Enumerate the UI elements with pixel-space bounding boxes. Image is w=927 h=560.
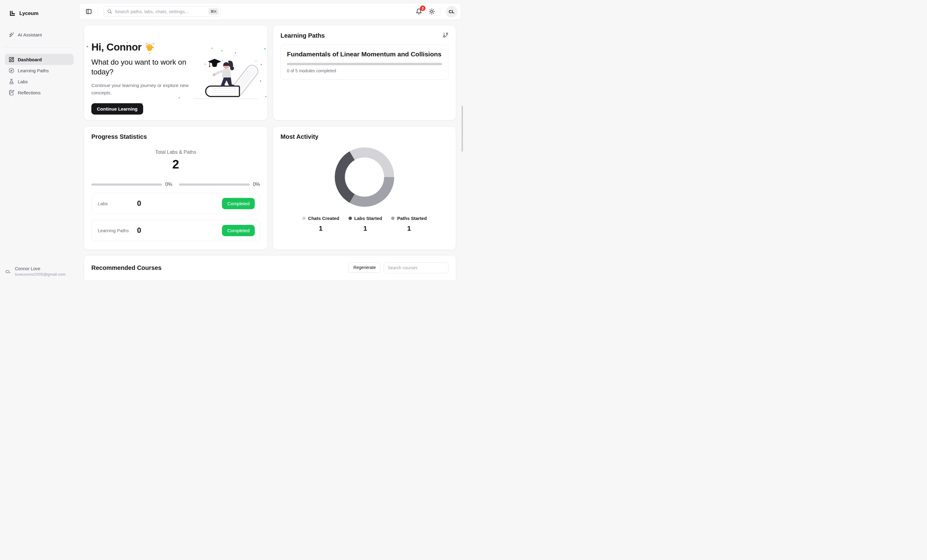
stat-row-value: 0 (137, 226, 141, 235)
sparkle-icon: ✦ (260, 64, 262, 66)
donut-slice (352, 152, 389, 177)
sparkle-icon: ✦ (264, 47, 266, 50)
sparkle-icon: ✦ (265, 96, 267, 98)
course-search-input[interactable] (384, 262, 448, 273)
git-branch-icon[interactable] (443, 32, 448, 38)
wave-emoji-icon (145, 42, 155, 52)
learning-paths-stat-row: Learning Paths 0 Completed (91, 220, 260, 241)
search-icon (107, 9, 112, 14)
sidebar-item-ai-assistant[interactable]: AI Assistant (5, 29, 74, 40)
sidebar-item-label: Dashboard (18, 57, 42, 62)
course-progress-track (287, 63, 442, 65)
scrollbar-thumb[interactable] (462, 106, 463, 152)
app-title: Lyceum (19, 11, 38, 17)
header-divider (97, 8, 98, 15)
legend-item-paths-started: Paths Started 1 (391, 216, 427, 232)
sidebar-toggle-button[interactable] (85, 8, 92, 15)
course-card[interactable]: Fundamentals of Linear Momentum and Coll… (281, 44, 448, 80)
card-title: Learning Paths (281, 32, 325, 39)
panel-left-icon (85, 8, 92, 15)
total-label: Total Labs & Paths (91, 150, 260, 155)
sparkles-icon (9, 32, 14, 38)
chart-legend: Chats Created 1 Labs Started 1 Paths Sta… (281, 216, 448, 232)
user-initials: CL (6, 269, 11, 274)
stat-row-value: 0 (137, 199, 141, 208)
continue-learning-button[interactable]: Continue Learning (91, 103, 143, 115)
user-name: Connor Love (15, 266, 65, 272)
most-activity-card: Most Activity Chats Created 1 Labs Start… (273, 126, 456, 250)
sparkle-icon: ✦ (178, 97, 180, 99)
legend-dot (348, 217, 352, 220)
legend-value: 1 (319, 225, 322, 232)
labs-progress-track (91, 184, 162, 186)
sidebar-item-reflections[interactable]: Reflections (5, 87, 74, 98)
sidebar-item-label: Learning Paths (18, 68, 49, 73)
compass-leaf-icon (9, 68, 14, 73)
regenerate-button[interactable]: Regenerate (348, 262, 381, 273)
sparkle-icon: ✦ (86, 45, 88, 49)
legend-item-chats-created: Chats Created 1 (302, 216, 339, 232)
learning-paths-card: Learning Paths Fundamentals of Linear Mo… (273, 25, 456, 120)
notification-count-badge: 2 (420, 6, 426, 11)
sidebar-item-labs[interactable]: Labs (5, 76, 74, 87)
lyceum-logo-icon (9, 10, 16, 17)
recommended-courses-card: Recommended Courses Regenerate (84, 255, 456, 280)
sidebar: Lyceum AI Assistant Dashboard (0, 0, 79, 280)
search-input[interactable] (115, 9, 206, 14)
notebook-pen-icon (9, 90, 14, 96)
labs-completed-button[interactable]: Completed (222, 198, 255, 209)
course-progress-caption: 0 of 5 modules completed (287, 68, 442, 73)
activity-donut-chart (334, 146, 395, 208)
welcome-card: Hi, Connor What do you want to work o (84, 25, 267, 120)
card-title: Progress Statistics (91, 133, 147, 140)
sidebar-item-learning-paths[interactable]: Learning Paths (5, 65, 74, 76)
top-bar: ⌘K 2 CL (79, 3, 461, 20)
progress-statistics-card: Progress Statistics Total Labs & Paths 2… (84, 126, 267, 250)
labs-stat-row: Labs 0 Completed (91, 193, 260, 214)
legend-label: Chats Created (308, 216, 339, 221)
theme-toggle-button[interactable] (428, 8, 435, 15)
sun-icon (429, 8, 435, 15)
paths-completed-button[interactable]: Completed (222, 225, 255, 236)
sidebar-item-dashboard[interactable]: Dashboard (5, 54, 74, 65)
hero-subtitle: Continue your learning journey or explor… (91, 82, 206, 97)
stat-row-label: Learning Paths (98, 228, 137, 233)
legend-dot (391, 217, 395, 220)
legend-label: Paths Started (397, 216, 427, 221)
sidebar-user[interactable]: CL Connor Love loveconnor2005@gmail.com (6, 266, 65, 277)
legend-value: 1 (363, 225, 367, 232)
legend-item-labs-started: Labs Started 1 (348, 216, 382, 232)
hero-question: What do you want to work on today? (91, 57, 205, 77)
card-title: Most Activity (281, 133, 319, 140)
shortcut-badge: ⌘K (208, 8, 219, 15)
greeting-text: Hi, Connor (91, 41, 141, 53)
paths-progress-track (179, 184, 250, 186)
stat-row-label: Labs (98, 201, 137, 206)
labs-progress-label: 0% (165, 182, 172, 187)
graduation-illustration (192, 54, 260, 102)
donut-slice (352, 177, 389, 202)
card-title: Recommended Courses (91, 264, 161, 272)
sidebar-item-label: Labs (18, 79, 28, 84)
app-logo[interactable]: Lyceum (9, 10, 38, 17)
sidebar-item-label: Reflections (18, 90, 41, 95)
sidebar-item-label: AI Assistant (18, 32, 42, 37)
header-divider (441, 8, 441, 15)
layout-dashboard-icon (9, 57, 14, 62)
avatar[interactable]: CL (446, 6, 457, 17)
legend-value: 1 (407, 225, 411, 232)
legend-dot (302, 217, 305, 220)
user-email: loveconnor2005@gmail.com (15, 272, 65, 277)
paths-progress-label: 0% (253, 182, 260, 187)
flask-icon (9, 79, 14, 85)
sidebar-divider (5, 47, 74, 48)
total-value: 2 (91, 158, 260, 171)
global-search[interactable]: ⌘K (103, 6, 221, 17)
donut-slice (340, 156, 352, 198)
app-window: Lyceum AI Assistant Dashboard (0, 0, 464, 280)
course-title: Fundamentals of Linear Momentum and Coll… (287, 50, 442, 58)
legend-label: Labs Started (354, 216, 382, 221)
